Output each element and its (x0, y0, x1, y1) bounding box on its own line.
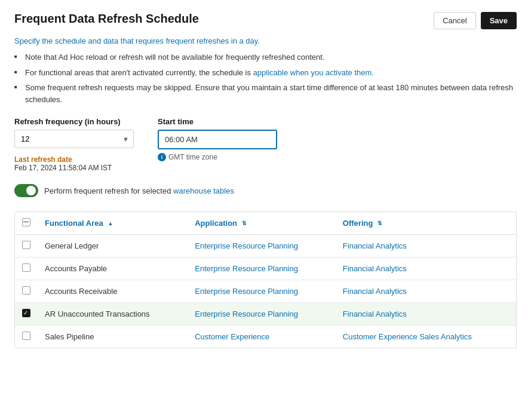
note-item-1: Note that Ad Hoc reload or refresh will … (14, 51, 517, 63)
sort-icon-offering[interactable]: ⇅ (377, 221, 382, 226)
data-table: Functional Area ▲ Application ⇅ Offering (15, 212, 516, 348)
row-checkbox-cell (15, 326, 38, 348)
row-functional-area: AR Unaccounted Transactions (38, 303, 188, 326)
row-offering: Customer Experience Sales Analytics (336, 326, 516, 348)
toggle-text: Perform frequent refresh for selected wa… (44, 186, 234, 195)
col-offering: Offering ⇅ (336, 212, 516, 235)
row-checkbox[interactable] (22, 263, 30, 272)
row-functional-area: Sales Pipeline (38, 326, 188, 348)
toggle-row: Perform frequent refresh for selected wa… (14, 184, 517, 197)
row-offering: Financial Analytics (336, 303, 516, 326)
col-application: Application ⇅ (188, 212, 336, 235)
subtitle: Specify the schedule and data that requi… (14, 36, 517, 45)
row-functional-area: General Ledger (38, 235, 188, 257)
table-row: Accounts PayableEnterprise Resource Plan… (15, 257, 516, 280)
refresh-frequency-label: Refresh frequency (in hours) (14, 117, 134, 126)
row-application: Enterprise Resource Planning (188, 257, 336, 280)
row-functional-area: Accounts Receivable (38, 280, 188, 303)
table-header-row: Functional Area ▲ Application ⇅ Offering (15, 212, 516, 235)
save-button[interactable]: Save (481, 12, 517, 29)
last-refresh-label: Last refresh date (14, 155, 134, 164)
note-item-3: Some frequent refresh requests may be sk… (14, 82, 517, 105)
table-row: General LedgerEnterprise Resource Planni… (15, 235, 516, 257)
note-text-3: Some frequent refresh requests may be sk… (25, 83, 513, 104)
form-row: Refresh frequency (in hours) 12 1 2 3 4 … (14, 117, 517, 172)
row-application: Enterprise Resource Planning (188, 280, 336, 303)
row-checkbox[interactable] (22, 309, 30, 317)
page-container: Frequent Data Refresh Schedule Cancel Sa… (0, 0, 531, 360)
col-offering-label: Offering (343, 219, 373, 228)
sort-icon-application[interactable]: ⇅ (242, 221, 247, 226)
gmt-hint-text: GMT time zone (168, 153, 217, 161)
start-time-group: Start time i GMT time zone (158, 117, 277, 161)
col-functional-area: Functional Area ▲ (38, 212, 188, 235)
toggle-label-prefix: Perform frequent refresh for selected (44, 186, 173, 195)
gmt-hint: i GMT time zone (158, 153, 277, 161)
row-application: Enterprise Resource Planning (188, 303, 336, 326)
applicable-link: applicable when you activate them. (253, 68, 374, 77)
row-offering: Financial Analytics (336, 257, 516, 280)
header-checkbox-cell (15, 212, 38, 235)
header-row: Frequent Data Refresh Schedule Cancel Sa… (14, 12, 517, 29)
last-refresh-date: Feb 17, 2024 11:58:04 AM IST (14, 164, 134, 172)
row-offering: Financial Analytics (336, 235, 516, 257)
table-row: AR Unaccounted TransactionsEnterprise Re… (15, 303, 516, 326)
header-buttons: Cancel Save (434, 12, 517, 29)
table-wrapper: Functional Area ▲ Application ⇅ Offering (14, 211, 517, 348)
row-application: Enterprise Resource Planning (188, 235, 336, 257)
col-functional-area-label: Functional Area (45, 219, 103, 228)
start-time-input[interactable] (158, 130, 277, 149)
start-time-label: Start time (158, 117, 277, 126)
sort-icon-functional-area[interactable]: ▲ (108, 221, 113, 226)
table-row: Sales PipelineCustomer ExperienceCustome… (15, 326, 516, 348)
notes-list: Note that Ad Hoc reload or refresh will … (14, 51, 517, 105)
toggle-switch[interactable] (14, 184, 38, 197)
note-text-1: Note that Ad Hoc reload or refresh will … (25, 53, 325, 62)
row-checkbox-cell (15, 303, 38, 326)
page-title: Frequent Data Refresh Schedule (14, 12, 199, 26)
row-checkbox-cell (15, 280, 38, 303)
row-checkbox[interactable] (22, 241, 30, 249)
toggle-slider (14, 184, 38, 197)
row-checkbox[interactable] (22, 286, 30, 295)
col-application-label: Application (195, 219, 237, 228)
row-functional-area: Accounts Payable (38, 257, 188, 280)
warehouse-tables-link[interactable]: warehouse tables (173, 186, 234, 195)
refresh-frequency-wrapper: 12 1 2 3 4 6 8 ▼ (14, 130, 134, 148)
info-icon: i (158, 153, 166, 161)
refresh-frequency-group: Refresh frequency (in hours) 12 1 2 3 4 … (14, 117, 134, 172)
row-checkbox[interactable] (22, 332, 30, 340)
header-checkbox[interactable] (22, 218, 30, 226)
row-checkbox-cell (15, 257, 38, 280)
note-item-2: For functional areas that aren't activat… (14, 67, 517, 79)
row-offering: Financial Analytics (336, 280, 516, 303)
row-checkbox-cell (15, 235, 38, 257)
table-row: Accounts ReceivableEnterprise Resource P… (15, 280, 516, 303)
cancel-button[interactable]: Cancel (434, 12, 475, 29)
refresh-frequency-select[interactable]: 12 1 2 3 4 6 8 (14, 130, 134, 148)
last-refresh: Last refresh date Feb 17, 2024 11:58:04 … (14, 155, 134, 172)
row-application: Customer Experience (188, 326, 336, 348)
table-body: General LedgerEnterprise Resource Planni… (15, 235, 516, 348)
